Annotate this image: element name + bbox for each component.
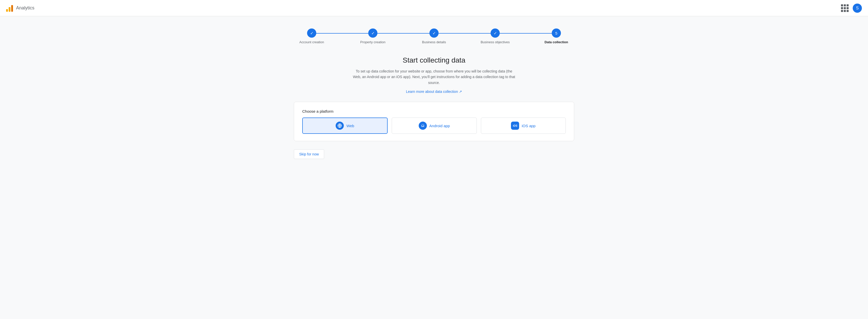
platform-section-label: Choose a platform: [302, 109, 566, 113]
step-property-creation: ✓ Property creation: [342, 29, 403, 44]
apps-icon[interactable]: [841, 4, 849, 12]
step-3-connector: [434, 33, 495, 34]
external-link-icon: ↗: [459, 90, 462, 94]
ios-icon-text: iOS: [513, 125, 517, 127]
web-label: Web: [346, 123, 354, 128]
step-1-circle: ✓: [307, 29, 316, 38]
step-5-label: Data collection: [545, 40, 568, 44]
step-data-collection: 5 Data collection: [526, 29, 587, 44]
step-2-label: Property creation: [360, 40, 385, 44]
skip-container: Skip for now: [294, 147, 574, 159]
step-4-check: ✓: [494, 31, 497, 36]
step-business-objectives: ✓ Business objectives: [465, 29, 526, 44]
skip-button[interactable]: Skip for now: [294, 149, 324, 159]
app-header: Analytics S: [0, 0, 868, 16]
header-right: S: [841, 4, 862, 13]
step-1-check: ✓: [310, 31, 313, 36]
grid-dot: [846, 4, 849, 6]
step-4-label: Business objectives: [480, 40, 510, 44]
ios-icon: iOS: [511, 121, 519, 130]
web-icon: [336, 121, 344, 130]
step-account-creation: ✓ Account creation: [281, 29, 342, 44]
step-2-check: ✓: [371, 31, 375, 36]
page-description: To set up data collection for your websi…: [352, 68, 516, 85]
user-avatar[interactable]: S: [853, 4, 862, 13]
android-icon: [419, 121, 427, 130]
platform-android-button[interactable]: Android app: [392, 117, 476, 134]
step-3-check: ✓: [432, 31, 436, 36]
step-4-connector: [495, 33, 556, 34]
svg-line-6: [422, 124, 423, 125]
main-content: ✓ Account creation ✓ Property creation ✓…: [0, 16, 868, 171]
grid-dot: [846, 10, 849, 12]
logo-bar-2: [9, 7, 10, 12]
grid-dot: [846, 7, 849, 9]
step-3-circle: ✓: [429, 29, 439, 38]
svg-line-7: [423, 124, 424, 125]
page-title: Start collecting data: [403, 56, 465, 64]
logo-bar-1: [6, 9, 8, 12]
step-2-circle: ✓: [368, 29, 377, 38]
header-left: Analytics: [6, 5, 34, 12]
page-content: Start collecting data To set up data col…: [337, 56, 531, 102]
android-label: Android app: [429, 123, 450, 128]
grid-dot: [844, 10, 846, 12]
step-3-label: Business details: [422, 40, 446, 44]
step-business-details: ✓ Business details: [403, 29, 465, 44]
platform-options: Web Android app iOS: [302, 117, 566, 134]
step-5-circle: 5: [552, 29, 561, 38]
grid-dot: [844, 7, 846, 9]
step-1-label: Account creation: [300, 40, 324, 44]
step-1-connector: [312, 33, 373, 34]
ios-label: iOS app: [522, 123, 535, 128]
platform-card: Choose a platform Web: [294, 102, 574, 141]
step-5-number: 5: [555, 31, 557, 35]
grid-dot: [844, 4, 846, 6]
stepper: ✓ Account creation ✓ Property creation ✓…: [281, 29, 587, 44]
step-4-circle: ✓: [491, 29, 500, 38]
learn-more-link[interactable]: Learn more about data collection ↗: [406, 90, 462, 94]
app-name: Analytics: [16, 5, 34, 11]
step-2-connector: [373, 33, 434, 34]
grid-dot: [841, 7, 843, 9]
analytics-logo: [6, 5, 13, 12]
grid-dot: [841, 10, 843, 12]
learn-more-text: Learn more about data collection: [406, 90, 458, 94]
platform-ios-button[interactable]: iOS iOS app: [481, 117, 566, 134]
logo-bar-3: [11, 5, 13, 12]
grid-dot: [841, 4, 843, 6]
platform-web-button[interactable]: Web: [302, 117, 388, 134]
